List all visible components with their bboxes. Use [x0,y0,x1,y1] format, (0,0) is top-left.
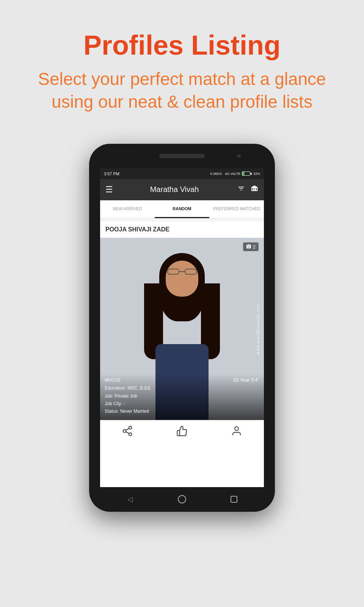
battery-tip [251,173,252,175]
profile-job-city: Job City: - [105,400,259,407]
battery-indicator [242,171,252,176]
watermark: www.marathavivah.com [256,238,260,420]
home-button[interactable] [177,494,187,505]
status-bar: 3:57 PM 0.06K/s 4G VoLTE 32% [100,168,264,179]
tab-random[interactable]: RANDOM [155,200,209,218]
network-type: 4G VoLTE [225,172,240,176]
share-icon [122,425,133,437]
header-section: Profiles Listing Select your perfect mat… [0,0,364,129]
filter-icon[interactable] [237,185,245,194]
svg-line-7 [126,432,129,434]
speaker-grille [159,154,205,158]
profile-overlay-info: MV210 25 Year 5'4" Education: MSC ,B.Ed.… [100,373,264,420]
status-right: 0.06K/s 4G VoLTE 32% [210,171,260,176]
battery-percent: 32% [253,172,260,176]
profile-image-container: 2 www.marathavivah.com MV210 25 Year 5'4… [100,238,264,420]
tab-new-arrived[interactable]: NEW ARRIVED [100,200,155,218]
phone-top-bezel [89,144,275,168]
hamburger-icon[interactable]: ☰ [105,185,113,195]
app-header: ☰ Maratha Vivah [100,179,264,200]
info-nav-button[interactable] [225,422,248,440]
svg-line-8 [126,428,129,430]
network-speed: 0.06K/s [210,172,222,176]
svg-rect-0 [168,269,179,274]
tabs-bar: NEW ARRIVED RANDOM PREFERRED MATCHED [100,200,264,219]
profile-card[interactable]: POOJA SHIVAJI ZADE [100,222,264,487]
phone-frame: 3:57 PM 0.06K/s 4G VoLTE 32% ☰ [89,144,275,512]
app-title: Maratha Vivah [119,185,230,194]
share-nav-button[interactable] [116,422,139,440]
phone-mockup: 3:57 PM 0.06K/s 4G VoLTE 32% ☰ [89,144,275,512]
page-subtitle: Select your perfect match at a glance us… [15,68,349,113]
status-left: 3:57 PM [104,171,119,176]
svg-point-9 [235,427,238,431]
phone-bottom-bezel: ◁ [89,487,275,512]
page-title: Profiles Listing [15,30,349,60]
profile-status: Status: Never Married [105,407,259,415]
person-face [166,261,198,297]
recents-square [231,496,237,503]
profile-education: Education: MSC ,B.Ed. [105,384,259,392]
app-bottom-nav [100,420,264,442]
photo-count: 2 [253,244,256,250]
status-time: 3:57 PM [104,171,119,176]
profile-id: MV210 [105,377,120,383]
person-glasses [167,267,197,275]
profile-id-age: MV210 25 Year 5'4" [105,377,259,383]
front-camera [237,154,241,158]
profile-details: Education: MSC ,B.Ed. Job: Private Job J… [105,384,259,415]
like-icon [176,425,188,437]
recents-button[interactable] [229,494,239,505]
svg-point-6 [129,433,132,436]
svg-point-3 [248,246,249,247]
camera-icon [246,244,251,249]
back-button[interactable]: ◁ [125,494,135,505]
svg-rect-1 [185,269,196,274]
profile-name: POOJA SHIVAJI ZADE [100,222,264,238]
phone-screen: 3:57 PM 0.06K/s 4G VoLTE 32% ☰ [100,168,264,487]
tab-preferred-matched[interactable]: PREFERRED MATCHED [209,200,264,218]
like-nav-button[interactable] [171,422,193,440]
battery-fill [242,172,245,175]
phone-icon[interactable] [250,184,259,195]
profile-job: Job: Private Job [105,392,259,400]
header-icons [237,184,259,195]
home-circle [178,495,186,503]
svg-point-4 [129,426,132,429]
person-icon [231,425,242,437]
svg-point-5 [123,430,126,433]
